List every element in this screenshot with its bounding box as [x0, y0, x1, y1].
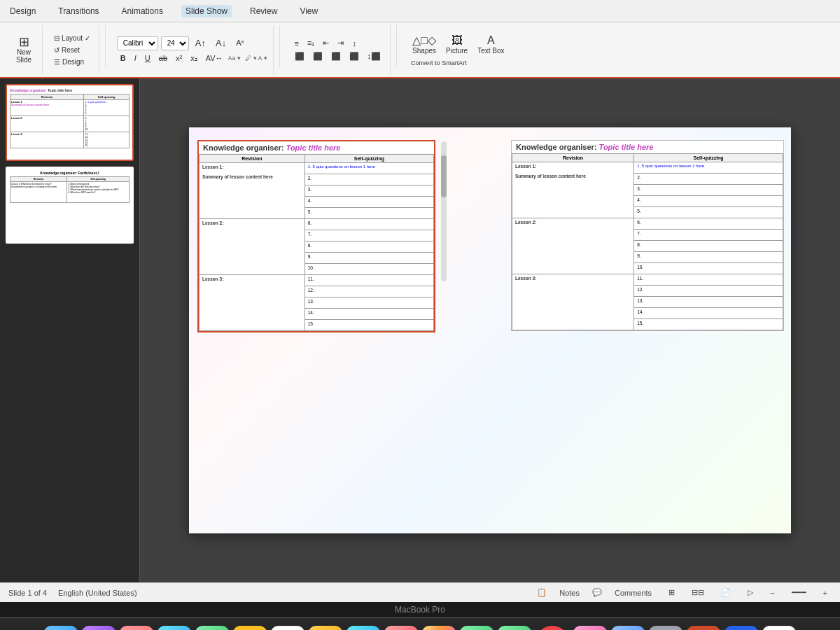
ko-left-topic: Topic title here	[286, 144, 341, 152]
grow-font-button[interactable]: A↑	[192, 37, 209, 49]
thumb1-table: Revision Self-quizzing Lesson 1:Summary …	[10, 94, 130, 148]
ko-left-quiz12: 12.	[304, 286, 433, 298]
superscript-button[interactable]: x²	[172, 53, 186, 63]
zoom-slider[interactable]: ━━━	[788, 587, 811, 598]
dock-calendar[interactable]: AUG9	[271, 626, 304, 631]
line-spacing-button[interactable]: ↕	[349, 38, 360, 48]
zoom-in-button[interactable]: +	[819, 587, 832, 598]
reset-button[interactable]: ↺ Reset	[51, 46, 83, 55]
paint-button[interactable]: 🖊 ▾	[245, 55, 257, 62]
view-slide-sorter-button[interactable]: ⊟⊟	[687, 587, 708, 598]
menu-item-design[interactable]: Design	[6, 5, 40, 18]
ko-right-quiz15: 15.	[634, 319, 783, 330]
shrink-font-button[interactable]: A↓	[212, 37, 230, 49]
thumb1-quiz1: 1. 5 quiz questions...2.3.4.5.	[84, 100, 130, 116]
dock-itunes[interactable]: 🎵	[573, 626, 607, 631]
textbox-icon: A	[487, 34, 495, 47]
dock-powerpoint[interactable]: P	[687, 626, 720, 631]
ko-right-quiz9: 9.	[634, 252, 783, 263]
ko-right-lesson1-label: Lesson 1: Summary of lesson content here	[512, 162, 634, 218]
numbering-button[interactable]: ≡₁	[304, 38, 318, 48]
ko-right-topic: Topic title here	[599, 143, 654, 151]
comments-button[interactable]: Comments	[610, 587, 656, 598]
ribbon-group-drawing: △□◇ Shapes 🖼 Picture A Text Box Convert …	[402, 25, 514, 74]
strikethrough-button[interactable]: ab	[155, 53, 171, 63]
thumb2-quiz-header: Self-quizzing	[67, 177, 130, 182]
dock: 🔍 🎙 🚀 🧭 📡 📝 AUG9 🗂 📶 🎵 🌸 💬 🗺 🚫 🎵 🅰 ⚙ P W…	[0, 617, 840, 630]
ko-right-quiz8: 8.	[634, 241, 783, 252]
zoom-out-button[interactable]: −	[766, 587, 778, 598]
dock-maps[interactable]: 🗺	[498, 626, 531, 631]
dock-word[interactable]: W	[724, 626, 758, 631]
dock-messages[interactable]: 💬	[460, 626, 493, 631]
font-select[interactable]: Calibri	[117, 36, 158, 50]
dock-news[interactable]: 🚫	[536, 626, 569, 631]
ko-right-table: Revision Self-quizzing Lesson 1: Summary…	[512, 153, 783, 330]
align-right-button[interactable]: ⬛	[328, 51, 344, 62]
dock-photos[interactable]: 🌸	[422, 626, 456, 631]
ko-left-quiz9: 9.	[304, 253, 433, 264]
slide-canvas[interactable]: Knowledge organiser: Topic title here Re…	[189, 127, 791, 533]
ko-right-quiz6: 6.	[634, 218, 783, 230]
clear-format-button[interactable]: Aᵃ	[232, 38, 247, 48]
ko-left-lesson3-label: Lesson 3:	[200, 275, 305, 331]
indent-less-button[interactable]: ⇤	[319, 38, 332, 48]
drawing-row: △□◇ Shapes 🖼 Picture A Text Box	[408, 32, 508, 56]
dock-chrome[interactable]: 🌐	[762, 626, 796, 631]
bold-button[interactable]: B	[117, 53, 130, 63]
new-slide-button[interactable]: ⊞ New Slide	[11, 34, 36, 65]
text-direction-button[interactable]: ↕⬛	[364, 51, 385, 62]
dock-files[interactable]: 🗂	[309, 626, 342, 631]
shapes-button[interactable]: △□◇ Shapes	[408, 32, 440, 56]
slide-panel[interactable]: 1 Knowledge organiser: Topic title here …	[0, 78, 140, 582]
slideshow-button[interactable]: ▷	[743, 587, 757, 598]
slide-info: Slide 1 of 4	[8, 589, 47, 597]
smartart-button[interactable]: Convert to SmartArt	[408, 59, 470, 67]
dock-siri[interactable]: 🎙	[82, 626, 115, 631]
layout-button[interactable]: ⊟ Layout ✓	[51, 34, 93, 43]
subscript-button[interactable]: x₂	[187, 53, 201, 64]
spacing-button[interactable]: AV↔	[202, 53, 227, 63]
dock-music[interactable]: 🎵	[384, 626, 418, 631]
underline-button[interactable]: U	[141, 53, 154, 63]
view-reading-button[interactable]: 📄	[717, 587, 735, 598]
menu-item-review[interactable]: Review	[246, 5, 281, 18]
menu-item-animations[interactable]: Animations	[118, 5, 167, 18]
font-size-select[interactable]: 24	[161, 36, 189, 50]
dock-settings[interactable]: ⚙	[649, 626, 682, 631]
align-center-button[interactable]: ⬛	[309, 51, 326, 62]
ko-left-quiz15: 15.	[304, 320, 433, 331]
bullets-button[interactable]: ≡	[291, 38, 302, 48]
dock-airdrop[interactable]: 📶	[346, 626, 380, 631]
view-normal-button[interactable]: ⊞	[664, 587, 679, 598]
font-color-button[interactable]: A ▾	[258, 55, 267, 62]
italic-button[interactable]: I	[131, 53, 140, 63]
aa-dropdown[interactable]: Aa ▾	[228, 55, 241, 62]
dock-safari[interactable]: 🧭	[158, 626, 191, 631]
thumb1-lesson3: Lesson 3:	[10, 132, 84, 148]
slide-thumb-1[interactable]: 1 Knowledge organiser: Topic title here …	[6, 84, 134, 161]
picture-button[interactable]: 🖼 Picture	[442, 33, 472, 56]
textbox-button[interactable]: A Text Box	[473, 33, 508, 56]
ko-right-quiz7: 7.	[634, 230, 783, 241]
slide-thumb-2[interactable]: 2 Knowledge organiser: Factfulness I Rev…	[6, 167, 134, 244]
dock-appstore[interactable]: 🅰	[611, 626, 645, 631]
menu-item-view[interactable]: View	[295, 5, 322, 18]
scrollbar[interactable]	[441, 141, 447, 281]
dock-finder[interactable]: 🔍	[44, 626, 78, 631]
ko-left[interactable]: Knowledge organiser: Topic title here Re…	[197, 140, 435, 332]
indent-more-button[interactable]: ⇥	[334, 38, 347, 48]
scrollbar-thumb[interactable]	[441, 155, 447, 197]
workspace: 1 Knowledge organiser: Topic title here …	[0, 78, 840, 582]
menu-item-transitions[interactable]: Transitions	[54, 5, 103, 18]
justify-button[interactable]: ⬛	[346, 51, 363, 62]
dock-launchpad[interactable]: 🚀	[120, 626, 153, 631]
notes-button[interactable]: Notes	[555, 587, 584, 598]
slide-main[interactable]: Knowledge organiser: Topic title here Re…	[140, 78, 840, 582]
ko-right[interactable]: Knowledge organiser: Topic title here Re…	[511, 140, 784, 331]
section-button[interactable]: ☰ Design	[51, 57, 87, 66]
dock-notes[interactable]: 📝	[233, 626, 267, 631]
align-left-button[interactable]: ⬛	[291, 51, 308, 62]
menu-item-slideshow[interactable]: Slide Show	[181, 5, 232, 18]
dock-satellite[interactable]: 📡	[195, 626, 229, 631]
